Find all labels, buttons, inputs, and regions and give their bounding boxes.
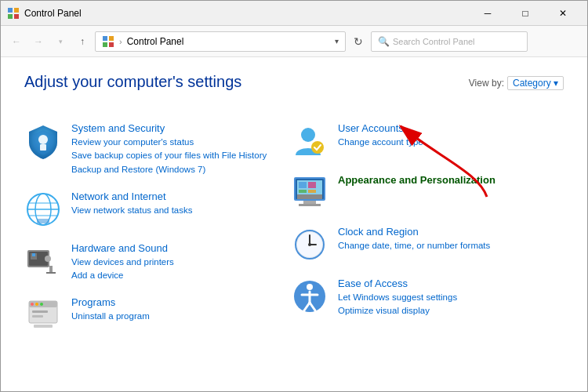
minimize-button[interactable]: ─ xyxy=(470,1,506,26)
search-icon: 🔍 xyxy=(378,36,390,47)
svg-point-47 xyxy=(308,243,311,246)
left-column: System and Security Review your computer… xyxy=(24,122,291,348)
cat-clock-region: Clock and Region Change date, time, or n… xyxy=(291,226,564,263)
svg-rect-1 xyxy=(14,8,19,13)
svg-rect-42 xyxy=(308,190,316,193)
svg-rect-21 xyxy=(46,272,56,274)
address-text: Control Panel xyxy=(127,36,330,47)
ease-access-link-1[interactable]: Let Windows suggest settings xyxy=(338,291,457,304)
cat-user-accounts: User Accounts Change account type xyxy=(291,122,564,160)
svg-rect-30 xyxy=(34,325,53,328)
svg-rect-2 xyxy=(8,14,13,19)
system-security-text: System and Security Review your computer… xyxy=(71,122,267,176)
clock-region-icon xyxy=(291,226,328,263)
hardware-sound-desc: View devices and printers Add a device xyxy=(71,256,174,283)
ease-access-icon xyxy=(291,278,328,315)
user-accounts-icon xyxy=(291,122,328,160)
window-title: Control Panel xyxy=(24,8,470,19)
categories: System and Security Review your computer… xyxy=(24,122,564,348)
programs-text: Programs Uninstall a program xyxy=(71,296,150,323)
hardware-sound-link-2[interactable]: Add a device xyxy=(71,269,174,282)
refresh-button[interactable]: ↻ xyxy=(349,32,368,51)
system-security-link-2[interactable]: Save backup copies of your files with Fi… xyxy=(71,149,267,162)
control-panel-icon xyxy=(7,7,20,20)
address-field[interactable]: › Control Panel ▾ xyxy=(95,31,346,52)
network-internet-title[interactable]: Network and Internet xyxy=(71,191,192,202)
svg-rect-6 xyxy=(103,42,107,47)
svg-rect-15 xyxy=(37,219,49,223)
svg-point-49 xyxy=(307,284,313,290)
forward-button[interactable]: → xyxy=(29,32,48,51)
svg-point-25 xyxy=(31,303,34,306)
svg-point-19 xyxy=(45,256,51,262)
svg-rect-29 xyxy=(32,315,43,318)
svg-point-8 xyxy=(38,135,48,144)
ease-access-title[interactable]: Ease of Access xyxy=(338,278,457,289)
programs-desc: Uninstall a program xyxy=(71,310,150,323)
user-accounts-text: User Accounts Change account type xyxy=(338,122,423,149)
appearance-text: Appearance and Personalization xyxy=(338,174,495,187)
address-dropdown-arrow[interactable]: ▾ xyxy=(335,37,339,45)
svg-rect-9 xyxy=(40,144,46,151)
appearance-title[interactable]: Appearance and Personalization xyxy=(338,174,495,186)
hardware-sound-title[interactable]: Hardware and Sound xyxy=(71,242,174,254)
clock-region-title[interactable]: Clock and Region xyxy=(338,226,490,238)
view-by-dropdown[interactable]: Category ▾ xyxy=(507,76,564,90)
recent-pages-button[interactable]: ▾ xyxy=(51,32,70,51)
svg-rect-5 xyxy=(109,36,114,41)
search-field[interactable]: 🔍 Search Control Panel xyxy=(371,31,528,52)
svg-rect-22 xyxy=(32,253,35,256)
hardware-sound-icon xyxy=(24,242,62,280)
appearance-icon xyxy=(291,174,328,212)
cat-programs: Programs Uninstall a program xyxy=(24,296,291,334)
system-security-link-1[interactable]: Review your computer's status xyxy=(71,136,267,149)
window-controls: ─ □ ✕ xyxy=(470,1,581,26)
back-button[interactable]: ← xyxy=(7,32,26,51)
programs-icon xyxy=(24,296,62,334)
user-accounts-title[interactable]: User Accounts xyxy=(338,122,423,134)
programs-title[interactable]: Programs xyxy=(71,296,150,308)
network-internet-link-1[interactable]: View network status and tasks xyxy=(71,204,192,217)
page-title: Adjust your computer's settings xyxy=(24,73,241,91)
ease-access-link-2[interactable]: Optimize visual display xyxy=(338,304,457,318)
network-internet-desc: View network status and tasks xyxy=(71,204,192,217)
hardware-sound-text: Hardware and Sound View devices and prin… xyxy=(71,242,174,283)
address-bar: ← → ▾ ↑ › Control Panel ▾ ↻ 🔍 Search Con… xyxy=(1,26,587,57)
svg-rect-28 xyxy=(32,310,48,313)
svg-rect-40 xyxy=(308,182,316,188)
close-button[interactable]: ✕ xyxy=(545,1,581,26)
cat-hardware-sound: Hardware and Sound View devices and prin… xyxy=(24,242,291,283)
clock-region-text: Clock and Region Change date, time, or n… xyxy=(338,226,490,252)
clock-region-desc: Change date, time, or number formats xyxy=(338,239,490,252)
hardware-sound-link-1[interactable]: View devices and printers xyxy=(71,256,174,269)
svg-point-32 xyxy=(311,141,324,154)
cat-system-security: System and Security Review your computer… xyxy=(24,122,291,176)
search-placeholder: Search Control Panel xyxy=(393,37,475,46)
cat-network-internet: Network and Internet View network status… xyxy=(24,191,291,228)
svg-rect-20 xyxy=(49,266,53,272)
maximize-button[interactable]: □ xyxy=(507,1,543,26)
up-button[interactable]: ↑ xyxy=(73,32,92,51)
network-internet-icon xyxy=(24,191,62,228)
ease-access-text: Ease of Access Let Windows suggest setti… xyxy=(338,278,457,318)
svg-rect-4 xyxy=(103,36,107,41)
svg-rect-3 xyxy=(14,14,19,19)
svg-rect-7 xyxy=(109,42,114,47)
system-security-title[interactable]: System and Security xyxy=(71,122,267,134)
control-panel-address-icon xyxy=(102,35,114,48)
clock-region-link-1[interactable]: Change date, time, or number formats xyxy=(338,239,490,252)
programs-link-1[interactable]: Uninstall a program xyxy=(71,310,150,323)
view-by-label: View by: xyxy=(469,78,504,89)
title-bar: Control Panel ─ □ ✕ xyxy=(1,1,587,26)
user-accounts-desc: Change account type xyxy=(338,136,423,149)
right-column: User Accounts Change account type xyxy=(291,122,564,348)
svg-rect-41 xyxy=(299,190,307,193)
system-security-desc: Review your computer's status Save backu… xyxy=(71,136,267,176)
system-security-link-3[interactable]: Backup and Restore (Windows 7) xyxy=(71,163,267,176)
svg-point-31 xyxy=(301,128,315,142)
svg-rect-0 xyxy=(8,8,13,13)
user-accounts-link-1[interactable]: Change account type xyxy=(338,136,423,149)
cat-ease-access: Ease of Access Let Windows suggest setti… xyxy=(291,278,564,318)
svg-point-27 xyxy=(40,303,43,306)
svg-rect-37 xyxy=(303,201,316,204)
